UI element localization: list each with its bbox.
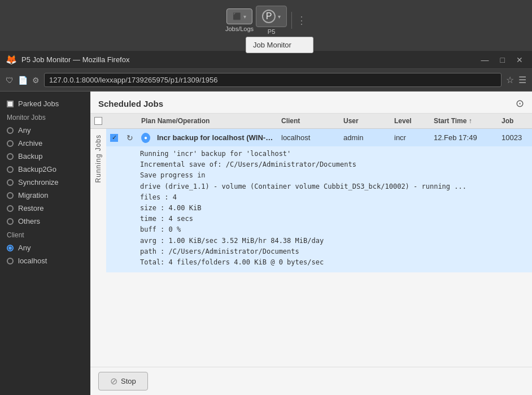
sidebar-item-archive[interactable]: Archive: [0, 137, 90, 150]
collapse-icon[interactable]: ⊙: [516, 97, 524, 110]
running-jobs-label-container: Running Jobs: [90, 129, 106, 367]
close-button[interactable]: ✕: [513, 54, 526, 66]
maximize-button[interactable]: □: [497, 54, 508, 66]
sidebar-radio-backup: [7, 153, 14, 160]
parked-jobs-item[interactable]: Parked Jobs: [0, 97, 90, 110]
bottom-bar: ⊘ Stop: [90, 367, 532, 395]
row-job: 10023: [498, 131, 532, 144]
sidebar-item-any-client[interactable]: Any: [0, 241, 90, 254]
sidebar-radio-backup2go: [7, 166, 14, 173]
running-jobs-label: Running Jobs: [94, 134, 102, 183]
sidebar-radio-any-monitor: [7, 127, 14, 134]
window-controls: — □ ✕: [478, 54, 526, 66]
client-section-label: Client: [0, 228, 90, 241]
job-detail-line3: Save progress in: [140, 170, 527, 181]
row-checkbox[interactable]: [110, 134, 118, 142]
sidebar-label-restore: Restore: [18, 204, 44, 212]
header-checkbox[interactable]: [94, 117, 102, 125]
sidebar-item-others[interactable]: Others: [0, 215, 90, 228]
th-check: [90, 116, 106, 126]
p5-dropdown-arrow: ▾: [278, 14, 281, 20]
window-title-bar: 🦊 P5 Job Monitor — Mozilla Firefox: [6, 54, 129, 65]
sidebar-label-migration: Migration: [18, 191, 48, 199]
sidebar-item-synchronize[interactable]: Synchronize: [0, 176, 90, 189]
connection-icon: ⚙: [32, 76, 40, 85]
row-refresh-icon[interactable]: ↻: [122, 132, 138, 144]
sidebar-radio-archive: [7, 140, 14, 147]
browser-menu-icon[interactable]: ☰: [518, 75, 526, 85]
shield-icon: 🛡: [6, 76, 14, 85]
sidebar-label-any-client: Any: [18, 244, 30, 252]
sidebar-radio-restore: [7, 205, 14, 212]
job-detail-line4: drive (drive_1.1) - volume (Container vo…: [140, 181, 527, 192]
job-detail-line1: Running 'incr' backup for 'localhost': [140, 149, 527, 159]
th-client[interactable]: Client: [278, 116, 340, 126]
monitor-jobs-section-label: Monitor Jobs: [0, 110, 90, 124]
jobs-logs-icon: ⬛: [233, 12, 241, 20]
toolbar-buttons: ⬛ ▾ Jobs/Logs P ▾ P5 ⋮: [225, 6, 307, 35]
address-input[interactable]: [44, 73, 502, 87]
bookmark-icon[interactable]: ☆: [506, 75, 514, 85]
jobs-logs-button[interactable]: ⬛ ▾: [226, 8, 252, 24]
sidebar-radio-synchronize: [7, 179, 14, 186]
sidebar-item-backup[interactable]: Backup: [0, 150, 90, 163]
sidebar-label-localhost: localhost: [18, 257, 47, 265]
sidebar-item-backup2go[interactable]: Backup2Go: [0, 163, 90, 176]
window-title-text: P5 Job Monitor — Mozilla Firefox: [21, 55, 129, 64]
th-start-time[interactable]: Start Time ↑: [430, 116, 498, 126]
sidebar: Parked Jobs Monitor Jobs Any Archive Bac…: [0, 92, 90, 395]
running-jobs-wrapper: Running Jobs ↻ ●: [90, 129, 532, 367]
jobs-logs-toolbar-item: ⬛ ▾ Jobs/Logs: [225, 8, 254, 32]
minimize-button[interactable]: —: [478, 54, 492, 66]
row-user: admin: [340, 131, 391, 144]
th-refresh: [106, 116, 122, 126]
parked-jobs-checkbox[interactable]: [7, 101, 14, 107]
th-job[interactable]: Job: [498, 116, 532, 126]
th-plan[interactable]: Plan Name/Operation: [138, 116, 278, 126]
sidebar-radio-others: [7, 218, 14, 225]
row-check[interactable]: [106, 133, 122, 143]
job-detail-line2: Incremental save of: /C/Users/Administra…: [140, 159, 527, 170]
sidebar-label-synchronize: Synchronize: [18, 178, 59, 186]
row-level: incr: [391, 131, 430, 144]
scheduled-jobs-header: Scheduled Jobs ⊙: [90, 92, 532, 114]
sidebar-radio-any-client: [7, 245, 14, 251]
th-status: [122, 116, 138, 126]
sidebar-radio-localhost: [7, 258, 14, 264]
job-detail-line5: files : 4: [140, 192, 527, 203]
row-status-icon: ●: [138, 132, 154, 144]
job-detail-line8: buff : 0 %: [140, 224, 527, 235]
sidebar-item-any-monitor[interactable]: Any: [0, 124, 90, 137]
row-client: localhost: [278, 131, 340, 144]
stop-label: Stop: [121, 377, 136, 385]
address-bar: 🛡 📄 ⚙ ☆ ☰: [0, 69, 532, 92]
stop-icon: ⊘: [110, 376, 117, 387]
job-monitor-menu-item[interactable]: Job Monitor: [246, 37, 313, 53]
toolbar-extra-icon: ⋮: [296, 14, 307, 27]
th-user[interactable]: User: [340, 116, 391, 126]
job-detail-line10: path : /C/Users/Administrator/Documents: [140, 246, 527, 257]
job-detail: Running 'incr' backup for 'localhost' In…: [106, 146, 532, 272]
th-level[interactable]: Level: [391, 116, 430, 126]
status-circle: ●: [141, 133, 150, 143]
table-body: ↻ ● Incr backup for localhost (WIN-I3LSH…: [106, 129, 532, 367]
sidebar-item-migration[interactable]: Migration: [0, 189, 90, 202]
sidebar-item-localhost[interactable]: localhost: [0, 254, 90, 267]
jobs-logs-dropdown-arrow: ▾: [243, 14, 246, 20]
main-layout: Parked Jobs Monitor Jobs Any Archive Bac…: [0, 92, 532, 395]
row-start-time: 12.Feb 17:49: [430, 131, 498, 144]
job-detail-line11: Total: 4 files/folders 4.00 KiB @ 0 byte…: [140, 257, 527, 268]
stop-button[interactable]: ⊘ Stop: [98, 372, 148, 390]
p5-toolbar-item: P ▾ P5: [256, 6, 287, 35]
jobs-table-container: Plan Name/Operation Client User Level St…: [90, 114, 532, 367]
sidebar-radio-migration: [7, 192, 14, 199]
table-row[interactable]: ↻ ● Incr backup for localhost (WIN-I3LSH…: [106, 129, 532, 272]
content-area: Scheduled Jobs ⊙ Plan Name/Operation Cli…: [90, 92, 532, 395]
table-header: Plan Name/Operation Client User Level St…: [90, 114, 532, 129]
window-chrome: 🦊 P5 Job Monitor — Mozilla Firefox — □ ✕: [0, 51, 532, 69]
scheduled-jobs-title: Scheduled Jobs: [98, 99, 163, 108]
sidebar-item-restore[interactable]: Restore: [0, 202, 90, 215]
sidebar-label-any-monitor: Any: [18, 126, 30, 134]
dropdown-menu: Job Monitor: [246, 37, 313, 53]
p5-button[interactable]: P ▾: [256, 6, 287, 27]
